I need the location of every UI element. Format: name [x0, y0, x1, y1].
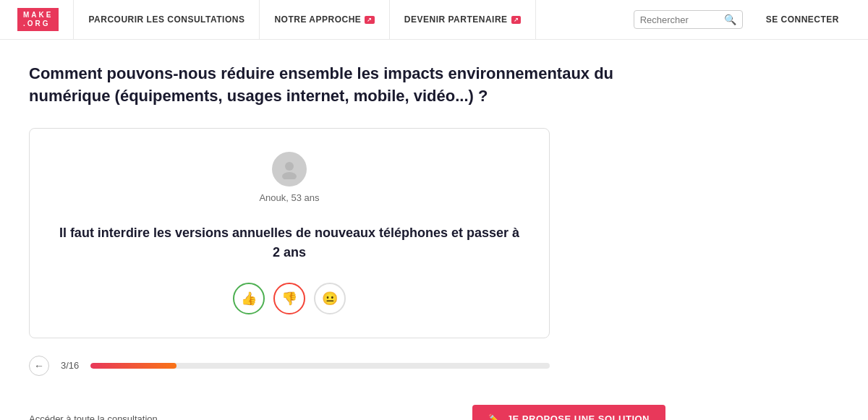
prev-button[interactable]: ← — [29, 356, 49, 376]
thumbs-down-icon: 👎 — [281, 291, 297, 307]
avatar — [272, 152, 307, 187]
proposal-card: Anouk, 53 ans Il faut interdire les vers… — [29, 128, 550, 338]
search-box: 🔍 — [634, 10, 743, 29]
bottom-row: Accéder à toute la consultation ✏️ JE PR… — [0, 405, 694, 420]
navbar: MAKE .ORG PARCOURIR LES CONSULTATIONS NO… — [0, 0, 868, 40]
external-icon: ↗ — [511, 16, 522, 24]
nav-link-approche[interactable]: NOTRE APPROCHE ↗ — [260, 0, 389, 40]
nav-link-consultations[interactable]: PARCOURIR LES CONSULTATIONS — [73, 0, 260, 40]
disagree-button[interactable]: 👎 — [273, 283, 305, 314]
consult-link[interactable]: Accéder à toute la consultation — [29, 413, 158, 420]
vote-buttons: 👍 👎 😐 — [233, 283, 346, 314]
page-question: Comment pouvons-nous réduire ensemble le… — [29, 63, 665, 108]
progress-counter: 3/16 — [61, 360, 79, 371]
user-name: Anouk, 53 ans — [259, 192, 319, 203]
search-icon: 🔍 — [724, 14, 736, 25]
svg-point-0 — [285, 162, 294, 171]
logo[interactable]: MAKE .ORG — [17, 8, 59, 31]
thumbs-up-icon: 👍 — [241, 291, 257, 307]
progress-area: ← 3/16 — [29, 356, 550, 376]
external-icon: ↗ — [365, 16, 375, 24]
connect-button[interactable]: SE CONNECTER — [754, 14, 851, 25]
main-content: Comment pouvons-nous réduire ensemble le… — [0, 40, 694, 390]
propose-solution-button[interactable]: ✏️ JE PROPOSE UNE SOLUTION — [472, 405, 665, 420]
nav-links: PARCOURIR LES CONSULTATIONS NOTRE APPROC… — [73, 0, 621, 40]
logo-line1: MAKE — [23, 11, 53, 20]
neutral-icon: 😐 — [322, 291, 338, 307]
neutral-button[interactable]: 😐 — [314, 283, 346, 314]
proposal-text: Il faut interdire les versions annuelles… — [59, 223, 520, 262]
logo-line2: .ORG — [23, 20, 53, 28]
progress-bar-fill — [90, 363, 176, 369]
progress-bar — [90, 363, 550, 369]
pencil-icon: ✏️ — [488, 413, 501, 420]
search-input[interactable] — [640, 14, 720, 25]
agree-button[interactable]: 👍 — [233, 283, 265, 314]
svg-point-1 — [282, 172, 297, 179]
nav-link-partenaire[interactable]: DEVENIR PARTENAIRE ↗ — [390, 0, 536, 40]
